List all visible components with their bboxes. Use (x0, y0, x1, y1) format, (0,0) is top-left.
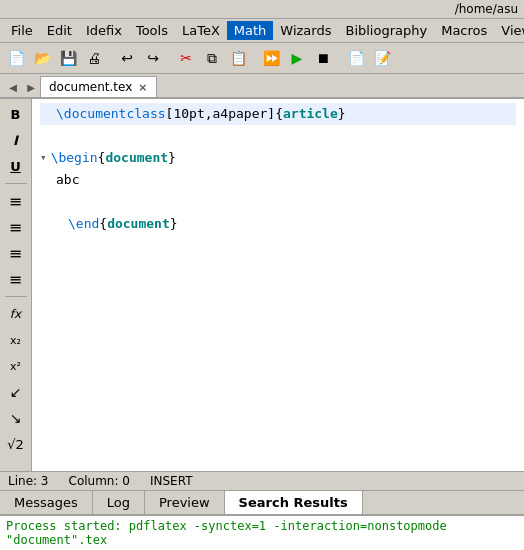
tabbar: ◀ ▶ document.tex × (0, 74, 524, 99)
redo-button[interactable]: ↪ (141, 46, 165, 70)
main-area: B I U ≡ ≡ ≡ ≡ fx x₂ x² ↙ ↘ √2 \documentc… (0, 99, 524, 471)
bottom-tab-preview[interactable]: Preview (145, 491, 225, 514)
bottom-tab-search-results[interactable]: Search Results (225, 491, 363, 514)
save-button[interactable]: 💾 (56, 46, 80, 70)
editor-line-4: abc (40, 169, 516, 191)
copy-button[interactable]: ⧉ (200, 46, 224, 70)
editor-line-3: ▾ \begin{document} (40, 147, 516, 169)
editor[interactable]: \documentclass[10pt,a4paper]{article} ▾ … (32, 99, 524, 471)
tab-filename: document.tex (49, 80, 132, 94)
document-tab[interactable]: document.tex × (40, 76, 157, 97)
editor-line-5 (40, 191, 516, 213)
menubar-item-view[interactable]: View (494, 21, 524, 40)
bottom-tabbar: MessagesLogPreviewSearch Results (0, 490, 524, 515)
processbar: Process started: pdflatex -synctex=1 -in… (0, 515, 524, 550)
new-button[interactable]: 📄 (4, 46, 28, 70)
compile-fast-button[interactable]: ⏩ (259, 46, 283, 70)
toolbar: 📄📂💾🖨↩↪✂⧉📋⏩▶⏹📄📝 (0, 43, 524, 74)
compile-button[interactable]: ▶ (285, 46, 309, 70)
menubar-item-edit[interactable]: Edit (40, 21, 79, 40)
open-button[interactable]: 📂 (30, 46, 54, 70)
align-left-button[interactable]: ≡ (3, 190, 29, 212)
left-sidebar: B I U ≡ ≡ ≡ ≡ fx x₂ x² ↙ ↘ √2 (0, 99, 32, 471)
statusbar: Line: 3 Column: 0 INSERT (0, 471, 524, 490)
editor-line-1: \documentclass[10pt,a4paper]{article} (40, 103, 516, 125)
process-text: Process started: pdflatex -synctex=1 -in… (6, 519, 447, 547)
status-line: Line: 3 (8, 474, 49, 488)
cut-button[interactable]: ✂ (174, 46, 198, 70)
underline-button[interactable]: U (3, 155, 29, 177)
menubar-item-latex[interactable]: LaTeX (175, 21, 227, 40)
sqrt-button[interactable]: √2 (3, 433, 29, 455)
titlebar-text: /home/asu (455, 2, 518, 16)
bottom-tab-messages[interactable]: Messages (0, 491, 93, 514)
undo-button[interactable]: ↩ (115, 46, 139, 70)
stop-button[interactable]: ⏹ (311, 46, 335, 70)
menubar-item-idefix[interactable]: Idefix (79, 21, 129, 40)
editor-content: \documentclass[10pt,a4paper]{article} ▾ … (32, 99, 524, 239)
align-justify-button[interactable]: ≡ (3, 268, 29, 290)
tab-nav-left[interactable]: ◀ (4, 77, 22, 97)
arrow-right-button[interactable]: ↘ (3, 407, 29, 429)
tab-nav-right[interactable]: ▶ (22, 77, 40, 97)
formula-button[interactable]: fx (3, 303, 29, 325)
sidebar-divider-1 (5, 183, 27, 184)
fold-arrow-begin[interactable]: ▾ (40, 149, 47, 167)
status-column: Column: 0 (69, 474, 130, 488)
superscript-button[interactable]: x² (3, 355, 29, 377)
tab-close-button[interactable]: × (138, 81, 147, 94)
arrow-left-button[interactable]: ↙ (3, 381, 29, 403)
menubar-item-macros[interactable]: Macros (434, 21, 494, 40)
menubar-item-wizards[interactable]: Wizards (273, 21, 338, 40)
menubar-item-file[interactable]: File (4, 21, 40, 40)
menubar: FileEditIdefixToolsLaTeXMathWizardsBibli… (0, 19, 524, 43)
bold-button[interactable]: B (3, 103, 29, 125)
print-button[interactable]: 🖨 (82, 46, 106, 70)
paste-button[interactable]: 📋 (226, 46, 250, 70)
log-button[interactable]: 📝 (370, 46, 394, 70)
align-center-button[interactable]: ≡ (3, 216, 29, 238)
titlebar: /home/asu (0, 0, 524, 19)
italic-button[interactable]: I (3, 129, 29, 151)
subscript-button[interactable]: x₂ (3, 329, 29, 351)
menubar-item-math[interactable]: Math (227, 21, 274, 40)
bottom-tab-log[interactable]: Log (93, 491, 145, 514)
editor-line-2 (40, 125, 516, 147)
menubar-item-bibliography[interactable]: Bibliography (338, 21, 434, 40)
menubar-item-tools[interactable]: Tools (129, 21, 175, 40)
align-right-button[interactable]: ≡ (3, 242, 29, 264)
status-mode: INSERT (150, 474, 193, 488)
sidebar-divider-2 (5, 296, 27, 297)
view-button[interactable]: 📄 (344, 46, 368, 70)
editor-line-6: \end{document} (40, 213, 516, 235)
